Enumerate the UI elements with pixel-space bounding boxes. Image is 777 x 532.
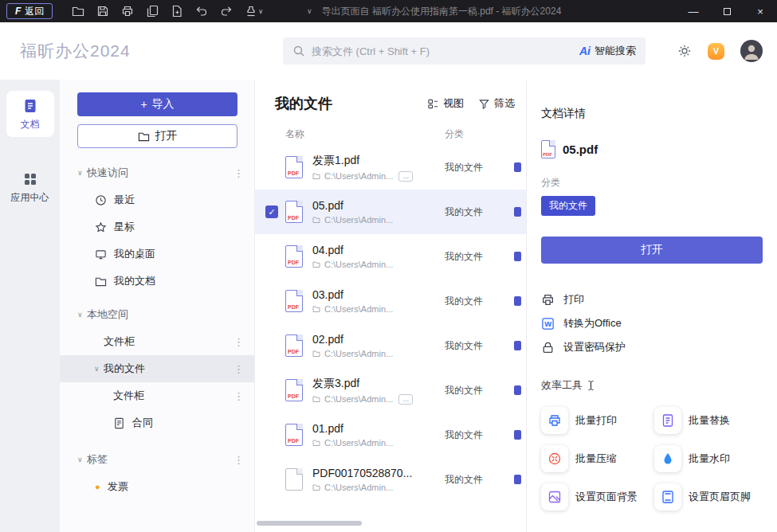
maximize-button[interactable]: [710, 0, 744, 22]
chevron-down-icon[interactable]: ∨: [77, 311, 87, 319]
chevron-down-icon[interactable]: ∨: [94, 365, 104, 373]
tree-item-invoice-tag[interactable]: ● 发票: [60, 473, 254, 500]
file-row[interactable]: 02.pdf C:\Users\Admin... 我的文件: [255, 323, 526, 368]
view-button[interactable]: 视图: [427, 96, 464, 111]
page-title: 我的文件: [275, 94, 332, 113]
chevron-down-icon[interactable]: ∨: [307, 7, 312, 15]
tree-item-my-documents[interactable]: 我的文档: [60, 268, 254, 295]
file-path-text: C:\Users\Admin...: [324, 394, 393, 404]
window-controls: — ×: [677, 0, 777, 22]
kebab-menu-icon[interactable]: ⋮: [233, 390, 244, 402]
file-path: C:\Users\Admin... ...: [312, 171, 413, 182]
file-row[interactable]: 03.pdf C:\Users\Admin... 我的文件: [255, 279, 526, 323]
printer-icon: [541, 293, 555, 307]
folder-path-icon: [312, 260, 320, 268]
folder-path-icon: [312, 172, 320, 180]
kebab-menu-icon[interactable]: ⋮: [233, 363, 244, 375]
file-path: C:\Users\Admin... ...: [312, 394, 413, 405]
minimize-button[interactable]: —: [677, 0, 710, 22]
batch-print-tool[interactable]: 批量打印: [541, 407, 649, 434]
nav-documents[interactable]: 文档: [6, 91, 54, 137]
row-tag-badge: [514, 430, 521, 440]
row-checkbox[interactable]: ✓: [265, 205, 278, 218]
file-row[interactable]: 发票3.pdf C:\Users\Admin... ... 我的文件: [255, 368, 526, 413]
file-category: 我的文件: [445, 384, 483, 397]
search-bar[interactable]: Ai 智能搜索: [283, 37, 646, 65]
kebab-menu-icon[interactable]: ⋮: [233, 454, 244, 466]
import-button[interactable]: + 导入: [77, 92, 237, 116]
smart-search-button[interactable]: Ai 智能搜索: [579, 44, 636, 58]
file-row-selected[interactable]: ✓ 05.pdf C:\Users\Admin... 我的文件: [255, 190, 526, 234]
settings-icon[interactable]: [677, 44, 692, 58]
tree-group-quick-access[interactable]: ∨ 快速访问 ⋮: [60, 159, 254, 186]
file-meta: 04.pdf C:\Users\Admin...: [312, 244, 393, 269]
filter-button[interactable]: 筛选: [478, 96, 515, 111]
row-tag-badge: [514, 252, 521, 261]
password-protect-action[interactable]: 设置密码保护: [541, 335, 763, 359]
tool-dropdown-caret-icon[interactable]: ∨: [258, 8, 263, 15]
tree-group-local-space[interactable]: ∨ 本地空间: [60, 301, 254, 328]
close-button[interactable]: ×: [744, 0, 777, 22]
save-icon[interactable]: [90, 2, 115, 20]
file-path-text: C:\Users\Admin...: [324, 304, 393, 314]
pdf-file-icon: [285, 379, 303, 401]
path-more-button[interactable]: ...: [398, 394, 413, 405]
horizontal-scrollbar[interactable]: [257, 521, 362, 526]
file-row[interactable]: 发票1.pdf C:\Users\Admin... ... 我的文件: [255, 145, 526, 190]
file-path: C:\Users\Admin...: [312, 304, 393, 314]
file-meta: 05.pdf C:\Users\Admin...: [312, 199, 393, 225]
row-tag-badge: [514, 475, 521, 484]
kebab-menu-icon[interactable]: ⋮: [233, 336, 244, 348]
efficiency-tools-grid: 批量打印 批量替换 批量压缩 批量水印: [541, 407, 763, 510]
pdf-file-icon: [285, 156, 303, 178]
main-content: 文档 应用中心 + 导入 打开 ∨ 快速访问 ⋮: [0, 80, 777, 532]
file-row[interactable]: PDF00170528870... C:\Users\Admin... 我的文件: [255, 457, 526, 502]
tree-item-cabinet[interactable]: 文件柜 ⋮: [60, 328, 254, 355]
tree-item-cabinet-nested[interactable]: 文件柜 ⋮: [60, 382, 254, 409]
open-button[interactable]: 打开: [77, 124, 237, 148]
titlebar: F 返回 ∨ ∨ 导出页面自 福昕办公使用指南第一稿.pdf - 福昕办: [0, 0, 777, 22]
tree-group-tags[interactable]: ∨ 标签 ⋮: [60, 446, 254, 473]
tree-item-recent[interactable]: 最近: [60, 186, 254, 213]
open-file-icon[interactable]: [65, 2, 90, 20]
search-icon: [292, 45, 305, 57]
search-input[interactable]: [312, 45, 573, 57]
print-icon[interactable]: [115, 2, 139, 20]
convert-to-office-action[interactable]: W 转换为Office: [541, 311, 763, 335]
new-document-icon[interactable]: [164, 2, 189, 20]
check-icon: ✓: [268, 207, 275, 217]
ai-icon: Ai: [579, 45, 591, 57]
tree-item-contract[interactable]: 合同: [60, 409, 254, 436]
chevron-down-icon[interactable]: ∨: [77, 456, 87, 464]
category-badge[interactable]: 我的文件: [541, 196, 595, 216]
print-action[interactable]: 打印: [541, 288, 763, 311]
lock-icon: [541, 341, 555, 354]
kebab-menu-icon[interactable]: ⋮: [233, 167, 244, 179]
redo-icon[interactable]: [214, 2, 238, 20]
nav-documents-label: 文档: [21, 118, 40, 131]
undo-icon[interactable]: [189, 2, 214, 20]
batch-watermark-tool[interactable]: 批量水印: [654, 445, 763, 472]
batch-replace-tool[interactable]: 批量替换: [654, 407, 763, 434]
page-background-tool[interactable]: 设置页面背景: [541, 483, 649, 510]
chevron-down-icon[interactable]: ∨: [77, 169, 87, 177]
tree-item-my-files[interactable]: ∨ 我的文件 ⋮: [60, 355, 254, 382]
nav-app-center[interactable]: 应用中心: [0, 172, 60, 205]
batch-compress-tool[interactable]: 批量压缩: [541, 445, 649, 472]
open-file-button[interactable]: 打开: [541, 237, 763, 264]
file-row[interactable]: 04.pdf C:\Users\Admin... 我的文件: [255, 234, 526, 279]
header-footer-tool[interactable]: 设置页眉页脚: [654, 483, 763, 510]
file-row[interactable]: 01.pdf C:\Users\Admin... 我的文件: [255, 413, 526, 457]
avatar[interactable]: [740, 40, 763, 62]
path-more-button[interactable]: ...: [398, 171, 413, 182]
tree-item-starred[interactable]: 星标: [60, 213, 254, 241]
vip-badge[interactable]: V: [708, 43, 724, 60]
pdf-file-icon: [285, 334, 303, 357]
export-icon[interactable]: [139, 2, 164, 20]
tree-item-my-desktop[interactable]: 我的桌面: [60, 241, 254, 268]
efficiency-tools-title: 效率工具: [541, 378, 763, 393]
back-button[interactable]: F 返回: [6, 3, 53, 19]
sidebar: + 导入 打开 ∨ 快速访问 ⋮ 最近 星标: [60, 80, 255, 532]
folder-path-icon: [312, 350, 320, 358]
row-tag-badge: [514, 162, 521, 172]
